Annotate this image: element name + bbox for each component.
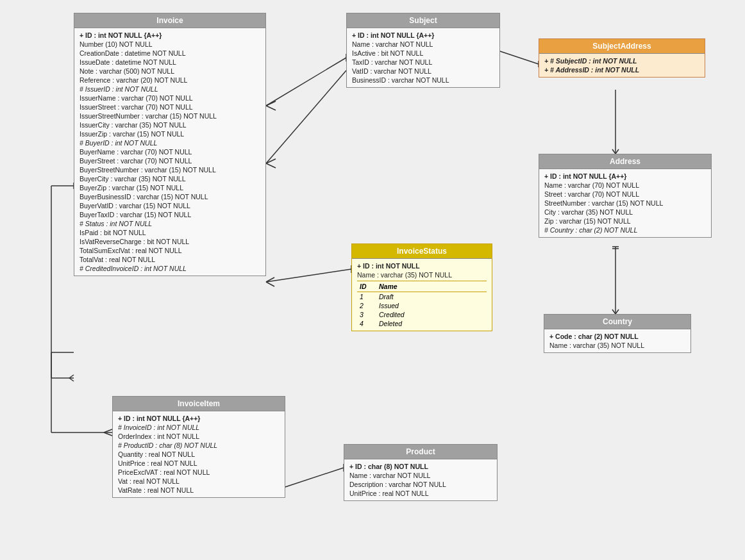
svg-line-40 bbox=[69, 378, 74, 381]
invoice-field-creationdate: CreationDate : datetime NOT NULL bbox=[80, 49, 260, 58]
svg-line-0 bbox=[266, 58, 346, 106]
subjectaddress-entity: SubjectAddress + # SubjectID : int NOT N… bbox=[539, 38, 705, 78]
invoice-field-id: + ID : int NOT NULL {A++} bbox=[80, 31, 260, 40]
address-field-country: # Country : char (2) NOT NULL bbox=[544, 226, 706, 235]
invoice-field-issuerid: # IssuerID : int NOT NULL bbox=[80, 85, 260, 94]
svg-line-22 bbox=[266, 277, 274, 282]
lookup-col-id-label: ID bbox=[360, 283, 379, 290]
invoice-field-number: Number (10) NOT NULL bbox=[80, 40, 260, 49]
invoiceitem-field-vat: Vat : real NOT NULL bbox=[118, 477, 280, 486]
invoice-field-issuerzip: IssuerZip : varchar (15) NOT NULL bbox=[80, 129, 260, 138]
invoice-header: Invoice bbox=[74, 13, 265, 28]
invoice-field-totalsumexclvat: TotalSumExclVat : real NOT NULL bbox=[80, 246, 260, 255]
invoicestatus-row-3: 3 Credited bbox=[357, 310, 487, 319]
invoice-field-buyervatid: BuyerVatID : varchar (15) NOT NULL bbox=[80, 201, 260, 210]
subject-field-businessid: BusinessID : varchar NOT NULL bbox=[352, 76, 494, 85]
product-entity: Product + ID : char (8) NOT NULL Name : … bbox=[344, 444, 498, 501]
invoicestatus-entity: InvoiceStatus + ID : int NOT NULL Name :… bbox=[351, 243, 492, 331]
invoice-field-issuerstreetnumber: IssuerStreetNumber : varchar (15) NOT NU… bbox=[80, 111, 260, 120]
lookup-col-name-label: Name bbox=[379, 283, 398, 290]
subjectaddress-header: SubjectAddress bbox=[539, 39, 705, 54]
invoicestatus-row-1: 1 Draft bbox=[357, 292, 487, 301]
svg-line-12 bbox=[612, 149, 615, 154]
invoiceitem-field-unitprice: UnitPrice : real NOT NULL bbox=[118, 459, 280, 468]
country-header: Country bbox=[544, 315, 691, 329]
invoice-field-issuername: IssuerName : varchar (70) NOT NULL bbox=[80, 94, 260, 103]
diagram-container: Invoice + ID : int NOT NULL {A++} Number… bbox=[0, 0, 745, 560]
invoice-field-buyertaxid: BuyerTaxID : varchar (15) NOT NULL bbox=[80, 210, 260, 219]
svg-line-2 bbox=[266, 106, 276, 110]
svg-line-16 bbox=[615, 309, 619, 314]
product-header: Product bbox=[344, 445, 497, 459]
invoice-field-issuerstreet: IssuerStreet : varchar (70) NOT NULL bbox=[80, 103, 260, 111]
address-header: Address bbox=[539, 154, 711, 169]
invoice-field-buyercity: BuyerCity : varchar (35) NOT NULL bbox=[80, 174, 260, 183]
invoice-field-issuercity: IssuerCity : varchar (35) NOT NULL bbox=[80, 120, 260, 129]
svg-line-8 bbox=[500, 51, 539, 64]
invoiceitem-field-quantity: Quantity : real NOT NULL bbox=[118, 450, 280, 459]
invoicestatus-row-2: 2 Issued bbox=[357, 301, 487, 310]
invoicestatus-row-4: 4 Deleted bbox=[357, 319, 487, 328]
invoiceitem-entity: InvoiceItem + ID : int NOT NULL {A++} # … bbox=[112, 396, 285, 498]
invoice-field-buyerstreetnumber: BuyerStreetNumber : varchar (15) NOT NUL… bbox=[80, 165, 260, 174]
subject-field-taxid: TaxID : varchar NOT NULL bbox=[352, 58, 494, 67]
country-field-code: + Code : char (2) NOT NULL bbox=[549, 332, 685, 341]
invoicestatus-header: InvoiceStatus bbox=[352, 244, 492, 259]
subject-field-vatid: VatID : varchar NOT NULL bbox=[352, 67, 494, 76]
invoice-field-buyerbusinessid: BuyerBusinessID : varchar (15) NOT NULL bbox=[80, 192, 260, 201]
product-field-unitprice: UnitPrice : real NOT NULL bbox=[349, 489, 492, 498]
country-field-name: Name : varchar (35) NOT NULL bbox=[549, 341, 685, 350]
country-entity: Country + Code : char (2) NOT NULL Name … bbox=[544, 314, 691, 353]
invoiceitem-field-id: + ID : int NOT NULL {A++} bbox=[118, 414, 280, 423]
invoice-entity: Invoice + ID : int NOT NULL {A++} Number… bbox=[74, 13, 266, 276]
invoice-field-status: # Status : int NOT NULL bbox=[80, 219, 260, 228]
invoice-field-buyername: BuyerName : varchar (70) NOT NULL bbox=[80, 147, 260, 156]
subjectaddress-body: + # SubjectID : int NOT NULL + # Address… bbox=[539, 54, 705, 77]
product-field-id: + ID : char (8) NOT NULL bbox=[349, 462, 492, 471]
address-field-street: Street : varchar (70) NOT NULL bbox=[544, 190, 706, 199]
invoicestatus-field-id: + ID : int NOT NULL bbox=[357, 261, 487, 270]
invoice-field-buyerzip: BuyerZip : varchar (15) NOT NULL bbox=[80, 183, 260, 192]
subjectaddress-field-subjectid: + # SubjectID : int NOT NULL bbox=[544, 56, 699, 65]
invoice-field-note: Note : varchar (500) NOT NULL bbox=[80, 67, 260, 76]
svg-line-39 bbox=[69, 375, 74, 378]
invoice-field-creditedinvoiceid: # CreditedInvoiceID : int NOT NULL bbox=[80, 264, 260, 273]
svg-line-5 bbox=[266, 70, 346, 163]
invoicestatus-body: + ID : int NOT NULL Name : varchar (35) … bbox=[352, 259, 492, 331]
address-field-zip: Zip : varchar (15) NOT NULL bbox=[544, 217, 706, 226]
svg-line-15 bbox=[612, 309, 615, 314]
invoice-field-isvatreverse: IsVatReverseCharge : bit NOT NULL bbox=[80, 237, 260, 246]
svg-line-6 bbox=[266, 159, 276, 163]
subject-field-name: Name : varchar NOT NULL bbox=[352, 40, 494, 49]
product-body: + ID : char (8) NOT NULL Name : varchar … bbox=[344, 459, 497, 500]
address-field-id: + ID : int NOT NULL {A++} bbox=[544, 172, 706, 181]
address-entity: Address + ID : int NOT NULL {A++} Name :… bbox=[539, 154, 712, 238]
row1-id: 1 bbox=[360, 293, 379, 301]
address-field-name: Name : varchar (70) NOT NULL bbox=[544, 181, 706, 190]
svg-line-27 bbox=[104, 429, 112, 432]
svg-line-7 bbox=[266, 163, 276, 168]
invoicestatus-field-name: Name : varchar (35) NOT NULL bbox=[357, 270, 487, 279]
country-body: + Code : char (2) NOT NULL Name : varcha… bbox=[544, 329, 691, 352]
svg-line-23 bbox=[266, 282, 274, 286]
invoice-field-buyerstreet: BuyerStreet : varchar (70) NOT NULL bbox=[80, 156, 260, 165]
product-field-description: Description : varchar NOT NULL bbox=[349, 480, 492, 489]
svg-line-1 bbox=[266, 101, 276, 106]
invoicestatus-lookup-header: ID Name bbox=[357, 281, 487, 292]
row3-name: Credited bbox=[379, 311, 405, 318]
subject-field-isactive: IsActive : bit NOT NULL bbox=[352, 49, 494, 58]
invoiceitem-field-vatrate: VatRate : real NOT NULL bbox=[118, 486, 280, 495]
row4-name: Deleted bbox=[379, 320, 402, 327]
product-field-name: Name : varchar NOT NULL bbox=[349, 471, 492, 480]
invoiceitem-field-orderindex: OrderIndex : int NOT NULL bbox=[118, 432, 280, 441]
invoicestatus-lookup-section: ID Name 1 Draft 2 Issued 3 Credited 4 bbox=[357, 281, 487, 328]
invoice-field-ispaid: IsPaid : bit NOT NULL bbox=[80, 228, 260, 237]
invoice-field-buyerid: # BuyerID : int NOT NULL bbox=[80, 138, 260, 147]
svg-line-28 bbox=[104, 432, 112, 436]
subject-body: + ID : int NOT NULL {A++} Name : varchar… bbox=[347, 28, 499, 87]
invoiceitem-field-invoiceid: # InvoiceID : int NOT NULL bbox=[118, 423, 280, 432]
row3-id: 3 bbox=[360, 311, 379, 318]
row4-id: 4 bbox=[360, 320, 379, 327]
subject-field-id: + ID : int NOT NULL {A++} bbox=[352, 31, 494, 40]
address-body: + ID : int NOT NULL {A++} Name : varchar… bbox=[539, 169, 711, 237]
